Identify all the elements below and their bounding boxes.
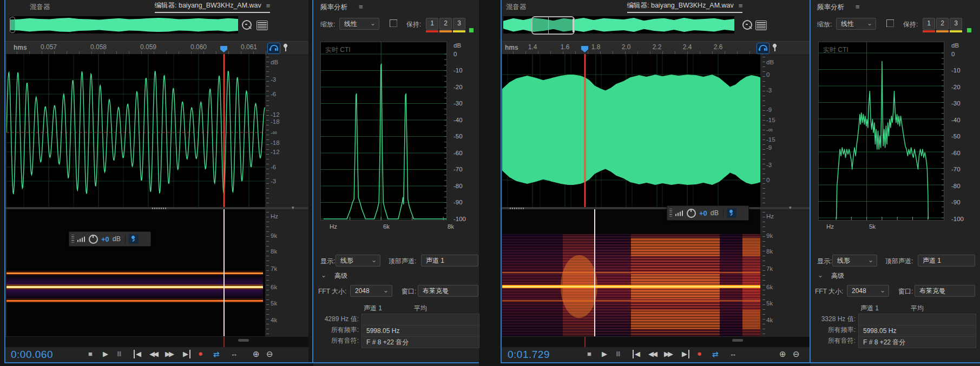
navigate-zoom-icon[interactable]	[742, 20, 752, 30]
overview-waveform[interactable]	[10, 16, 238, 34]
tab-editor[interactable]: 编辑器: baiyang_BW3KHz_AM.wav ≡	[155, 1, 271, 13]
freq-db-label: -100	[951, 216, 964, 222]
transport-button[interactable]: ■	[88, 350, 93, 358]
transport-button[interactable]: ◀	[633, 350, 640, 358]
hold-button[interactable]: 2	[439, 18, 452, 30]
scroll-strip[interactable]	[501, 336, 810, 348]
transport-button[interactable]: ▶	[682, 350, 689, 358]
playhead-line[interactable]	[584, 54, 586, 207]
gain-hud[interactable]: +0 dB	[69, 231, 151, 247]
zoom-scale-dropdown[interactable]: 线性⌄	[836, 18, 876, 30]
overview-waveform[interactable]	[503, 16, 734, 34]
time-display[interactable]: 0:00.060	[11, 349, 53, 361]
hud-gain-value[interactable]: +0	[699, 209, 707, 217]
collapse-triangle-icon[interactable]: ▾	[789, 205, 792, 210]
fft-size-dropdown[interactable]: 2048⌄	[350, 285, 392, 297]
tab-editor[interactable]: 编辑器: baiyang_BW3KHz_AM.wav ≡	[627, 1, 743, 13]
spectrogram-playhead-line[interactable]	[223, 209, 225, 336]
transport-button[interactable]: ⊖	[266, 350, 273, 358]
hud-pin-icon[interactable]	[129, 234, 139, 244]
timeline-ruler[interactable]: hms 1.41.61.82.02.22.42.6	[501, 41, 810, 55]
display-options-icon[interactable]	[755, 21, 767, 30]
marker-pin-icon[interactable]	[772, 44, 778, 52]
advanced-section-label[interactable]: 高级	[334, 271, 347, 281]
hold-button[interactable]: 3	[453, 18, 465, 30]
transport-button[interactable]: ■	[587, 350, 591, 358]
gain-knob-icon[interactable]	[89, 235, 98, 244]
spectrogram-playhead-line[interactable]	[594, 209, 595, 336]
scrollbar-thumb[interactable]	[238, 339, 249, 342]
hud-grip-icon[interactable]	[71, 235, 74, 243]
overview-selection[interactable]	[531, 16, 575, 35]
transport-button[interactable]: ◀◀	[648, 350, 656, 358]
transport-button[interactable]: Ⅱ	[616, 350, 621, 358]
advanced-chevron-icon[interactable]: ⌄	[321, 271, 326, 279]
transport-button[interactable]: ▶	[602, 350, 607, 358]
hold-button[interactable]: 2	[936, 18, 949, 30]
frequency-plot[interactable]: 实时 CTI	[321, 42, 446, 220]
display-options-icon[interactable]	[256, 21, 268, 30]
overview-start-handle[interactable]	[10, 17, 15, 33]
scrollbar-thumb[interactable]	[732, 339, 743, 342]
transport-button[interactable]: ▶	[103, 350, 108, 358]
transport-button[interactable]: ⇄	[213, 350, 220, 358]
transport-button[interactable]: ⊖	[793, 350, 800, 358]
collapse-triangle-icon[interactable]: ▾	[292, 205, 294, 210]
top-channel-dropdown[interactable]: 声道 1	[421, 255, 478, 267]
transport-button[interactable]: ●	[697, 349, 702, 358]
display-mode-dropdown[interactable]: 线形⌄	[336, 255, 380, 267]
timeline-ruler[interactable]: hms 0.0570.0580.0590.0600.061	[4, 41, 308, 55]
transport-button[interactable]: Ⅱ	[117, 350, 122, 358]
transport-button[interactable]: ↔	[231, 350, 238, 358]
transport-button[interactable]: ●	[198, 349, 203, 358]
transport-button[interactable]: ▶▶	[165, 350, 173, 358]
transport-button[interactable]: ⇄	[712, 350, 719, 358]
tab-mixer[interactable]: 混音器	[30, 3, 50, 12]
transport-button[interactable]: ⊕	[253, 350, 260, 358]
tab-mixer[interactable]: 混音器	[506, 3, 527, 12]
transport-button[interactable]: ▶▶	[664, 350, 672, 358]
panel-menu-icon[interactable]: ≡	[359, 3, 363, 11]
playhead-line[interactable]	[223, 54, 225, 207]
copy-graph-icon[interactable]	[390, 19, 397, 27]
display-mode-dropdown[interactable]: 线形⌄	[832, 255, 877, 267]
transport-button[interactable]: ◀	[134, 350, 141, 358]
copy-graph-icon[interactable]	[886, 19, 894, 27]
fft-size-dropdown[interactable]: 2048⌄	[847, 285, 889, 297]
hud-pin-icon[interactable]	[727, 208, 736, 218]
gain-knob-icon[interactable]	[687, 209, 696, 218]
hold-button[interactable]: 1	[923, 18, 935, 30]
panel-menu-icon[interactable]: ≡	[266, 2, 271, 10]
scroll-strip[interactable]	[4, 336, 308, 348]
transport-button[interactable]: ▶	[183, 350, 190, 358]
window-dropdown[interactable]: 布莱克曼	[915, 285, 975, 297]
panel-menu-icon[interactable]: ≡	[856, 3, 860, 11]
gain-hud[interactable]: +0 dB	[667, 205, 749, 221]
headphones-monitor-icon[interactable]	[757, 43, 769, 54]
spectrogram-view[interactable]	[6, 209, 265, 336]
advanced-section-label[interactable]: 高级	[831, 271, 844, 281]
hud-grip-icon[interactable]	[669, 209, 672, 217]
panel-divider-line[interactable]	[810, 0, 811, 363]
time-display[interactable]: 0:01.729	[508, 349, 550, 361]
panel-menu-icon[interactable]: ≡	[739, 2, 743, 10]
headphones-monitor-icon[interactable]	[267, 43, 280, 54]
window-dropdown[interactable]: 布莱克曼	[418, 285, 478, 297]
transport-button[interactable]: ◀◀	[149, 350, 157, 358]
navigate-zoom-icon[interactable]	[242, 20, 252, 30]
waveform-view[interactable]	[502, 54, 760, 207]
transport-button[interactable]: ⊕	[779, 350, 786, 358]
spectrogram-view[interactable]	[502, 209, 760, 336]
hold-button[interactable]: 3	[950, 18, 962, 30]
hold-button[interactable]: 1	[426, 18, 438, 30]
tab-bar: 混音器 编辑器: baiyang_BW3KHz_AM.wav ≡	[4, 0, 308, 14]
panel-divider-line[interactable]	[312, 0, 313, 363]
marker-pin-icon[interactable]	[282, 44, 289, 52]
waveform-view[interactable]	[6, 54, 265, 207]
zoom-scale-dropdown[interactable]: 线性⌄	[339, 18, 379, 30]
top-channel-dropdown[interactable]: 声道 1	[918, 255, 975, 267]
advanced-chevron-icon[interactable]: ⌄	[818, 271, 823, 279]
transport-button[interactable]: ↔	[729, 350, 736, 358]
hud-gain-value[interactable]: +0	[101, 235, 109, 243]
frequency-plot[interactable]: 实时 CTI	[819, 42, 944, 220]
